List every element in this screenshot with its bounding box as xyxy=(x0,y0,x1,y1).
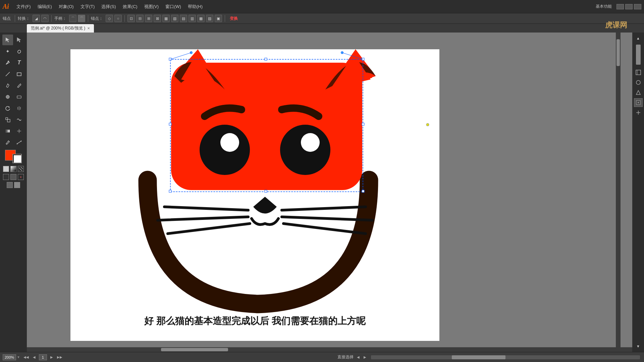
transform-btn[interactable]: 变换 xyxy=(228,15,240,22)
status-arrow-right[interactable]: ▶ xyxy=(363,355,367,359)
bottom-scroll-thumb[interactable] xyxy=(452,355,505,359)
page-prev-btn[interactable]: ◀◀ xyxy=(23,355,30,359)
page-last-btn[interactable]: ▶▶ xyxy=(56,355,63,359)
pattern-icon[interactable] xyxy=(18,166,24,172)
right-panel-scroll-up[interactable]: ▲ xyxy=(634,34,643,43)
line-tool[interactable] xyxy=(2,69,13,79)
handle-btn-1[interactable]: ⌒ xyxy=(69,15,76,22)
page-back-btn[interactable]: ◀ xyxy=(32,355,36,359)
scroll-thumb-horizontal[interactable] xyxy=(161,348,228,351)
scroll-thumb-vertical[interactable] xyxy=(616,39,620,66)
panel-icon-2[interactable] xyxy=(634,78,643,87)
tab-close-btn[interactable]: ✕ xyxy=(87,26,90,30)
status-arrow-left[interactable]: ◀ xyxy=(356,355,360,359)
pencil-tools-row xyxy=(2,80,24,91)
subtitle: 好 那么猫的基本造型完成以后 我们需要在猫的上方呢 xyxy=(70,315,439,327)
menu-file[interactable]: 文件(F) xyxy=(13,2,34,11)
align-btn-4[interactable]: ⊠ xyxy=(154,15,161,22)
svg-line-3 xyxy=(6,72,10,76)
svg-line-31 xyxy=(282,207,366,210)
lasso-tool[interactable] xyxy=(14,46,24,57)
menu-view[interactable]: 视图(V) xyxy=(141,2,162,11)
rotate-tool[interactable] xyxy=(2,103,13,114)
workspace-label[interactable]: 基本功能 xyxy=(596,4,612,9)
stroke-mode-btn[interactable] xyxy=(10,174,16,180)
menu-select[interactable]: 选择(S) xyxy=(98,2,119,11)
convert-corner-btn[interactable]: ◢ xyxy=(33,15,40,22)
pencil-tool[interactable] xyxy=(2,80,13,91)
magic-wand-tool[interactable]: ✦ xyxy=(2,46,13,57)
blob-brush-tool[interactable] xyxy=(2,92,13,102)
panel-scroll-down[interactable]: ▼ xyxy=(634,342,643,351)
bottom-scrollbar[interactable] xyxy=(371,355,640,359)
eraser-tool[interactable] xyxy=(14,92,24,102)
mesh-tool[interactable] xyxy=(14,126,24,136)
scale-tool[interactable] xyxy=(2,114,13,125)
align-btn-6[interactable]: ▧ xyxy=(171,15,178,22)
scroll-bottom[interactable] xyxy=(27,347,632,352)
right-panel-thumb[interactable] xyxy=(636,45,641,65)
anchor-corner-btn[interactable]: ◇ xyxy=(106,15,113,22)
doc-tab[interactable]: 范例.ai* @ 200% ( RGB/预览 ) ✕ xyxy=(27,24,94,33)
min-button[interactable] xyxy=(616,4,624,9)
brush-tool[interactable] xyxy=(14,80,24,91)
align-btn-2[interactable]: ⊟ xyxy=(136,15,144,22)
menu-help[interactable]: 帮助(H) xyxy=(184,2,206,11)
menu-effect[interactable]: 效果(C) xyxy=(119,2,141,11)
panel-icon-5[interactable] xyxy=(634,108,643,117)
menu-window[interactable]: 窗口(W) xyxy=(162,2,184,11)
canvas-area[interactable]: 好 那么猫的基本造型完成以后 我们需要在猫的上方呢 xyxy=(27,33,632,352)
menu-text[interactable]: 文字(T) xyxy=(77,2,98,11)
zoom-control[interactable]: ▼ xyxy=(3,354,20,360)
fill-mode-btn[interactable] xyxy=(3,174,9,180)
svg-rect-6 xyxy=(17,96,21,98)
pen-tools-row: T xyxy=(2,57,24,68)
align-btn-3[interactable]: ⊞ xyxy=(145,15,152,22)
anchor-smooth-btn[interactable]: ○ xyxy=(114,15,122,22)
gradient-tool[interactable] xyxy=(2,126,13,136)
align-btn-1[interactable]: ⊡ xyxy=(127,15,135,22)
separator-4 xyxy=(124,15,125,22)
none-mode-btn[interactable]: × xyxy=(18,174,24,180)
subtitle-text: 好 那么猫的基本造型完成以后 我们需要在猫的上方呢 xyxy=(144,316,366,326)
align-btn-9[interactable]: ▩ xyxy=(197,15,205,22)
none-icon[interactable] xyxy=(3,166,9,172)
tab-filename-text: 范例.ai* xyxy=(31,26,45,31)
normal-view-btn[interactable] xyxy=(7,182,13,188)
align-btn-11[interactable]: ▣ xyxy=(215,15,222,22)
pen-tool[interactable] xyxy=(2,57,13,68)
svg-rect-4 xyxy=(17,73,21,76)
align-btn-7[interactable]: ▤ xyxy=(180,15,187,22)
reflect-tool[interactable] xyxy=(14,103,24,114)
gradient-icon[interactable] xyxy=(10,166,16,172)
menu-edit[interactable]: 编辑(E) xyxy=(34,2,55,11)
convert-smooth-btn[interactable]: ◠ xyxy=(41,15,49,22)
panel-icon-1[interactable] xyxy=(634,68,643,77)
direct-select-tool[interactable] xyxy=(14,35,24,45)
menu-object[interactable]: 对象(O) xyxy=(55,2,77,11)
artboard-view-btn[interactable] xyxy=(14,182,20,188)
handle-btn-2[interactable]: ⌒ xyxy=(78,15,85,22)
gradient-tools-row xyxy=(2,126,24,136)
align-btn-5[interactable]: ▦ xyxy=(162,15,170,22)
align-btn-10[interactable]: ▨ xyxy=(206,15,213,22)
rect-tool[interactable] xyxy=(14,69,24,79)
measure-tool[interactable] xyxy=(14,137,24,148)
zoom-input[interactable] xyxy=(3,354,16,360)
panel-icon-3[interactable] xyxy=(634,88,643,97)
page-input[interactable] xyxy=(39,354,47,360)
max-button[interactable] xyxy=(625,4,633,9)
stroke-color[interactable] xyxy=(12,154,22,163)
select-tool[interactable] xyxy=(2,35,13,45)
panel-icon-4[interactable] xyxy=(634,98,643,107)
svg-point-2 xyxy=(8,61,9,62)
close-button[interactable] xyxy=(634,4,641,9)
color-mode-row xyxy=(3,166,24,172)
align-btn-8[interactable]: ▥ xyxy=(189,15,196,22)
scroll-right[interactable] xyxy=(616,33,621,352)
page-fwd-btn[interactable]: ▶ xyxy=(50,355,54,359)
text-tool[interactable]: T xyxy=(14,57,24,68)
eyedropper-tool[interactable] xyxy=(2,137,13,148)
warp-tool[interactable] xyxy=(14,114,24,125)
color-selector[interactable] xyxy=(5,150,22,163)
